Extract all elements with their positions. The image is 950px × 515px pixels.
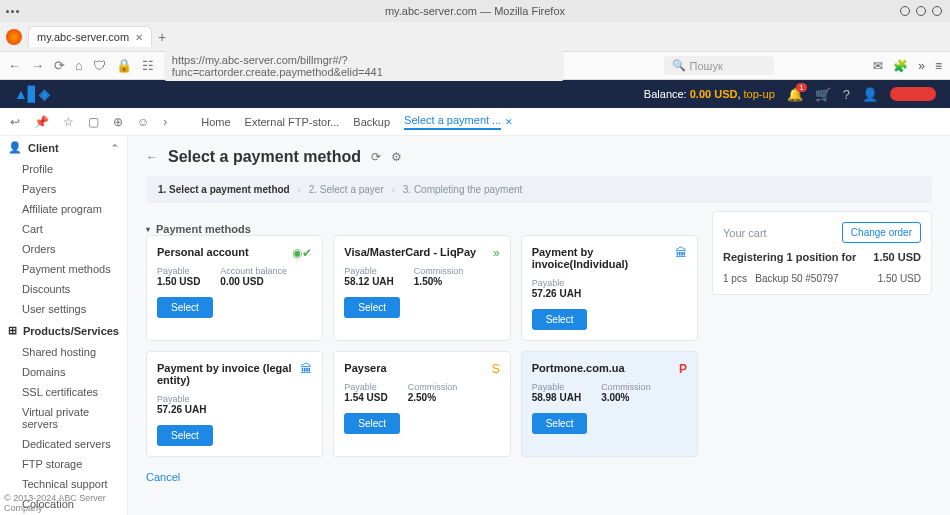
bank-icon: 🏛 — [675, 246, 687, 260]
app-header: ▲▋◈ Balance: 0.00 USD, top-up 🔔1 🛒 ? 👤 — [0, 80, 950, 108]
sidebar-item-payers[interactable]: Payers — [0, 179, 127, 199]
home-icon[interactable]: ⌂ — [75, 58, 83, 73]
method-card-personal[interactable]: ◉✔ Personal account Payable1.50 USD Acco… — [146, 235, 323, 341]
pin-icon[interactable]: 📌 — [34, 115, 49, 129]
browser-tab[interactable]: my.abc-server.com ✕ — [28, 26, 152, 47]
chevron-up-icon: ⌃ — [125, 326, 128, 336]
bc-ftp[interactable]: External FTP-stor... — [245, 116, 340, 128]
caret-down-icon: ▾ — [146, 225, 150, 234]
bc-close-icon[interactable]: ✕ — [505, 117, 513, 127]
url-bar: ← → ⟳ ⌂ 🛡 🔒 ☷ https://my.abc-server.com/… — [0, 52, 950, 80]
mail-icon[interactable]: ✉ — [873, 59, 883, 73]
select-button[interactable]: Select — [157, 297, 213, 318]
shield-icon[interactable]: 🛡 — [93, 58, 106, 73]
extension-icon[interactable]: 🧩 — [893, 59, 908, 73]
smile-icon[interactable]: ☺ — [137, 115, 149, 129]
gear-icon[interactable]: ⚙ — [391, 150, 402, 164]
lock-icon: 🔒 — [116, 58, 132, 73]
cart-box: Your cart Change order Registering 1 pos… — [712, 211, 932, 295]
stepper: 1. Select a payment method › 2. Select a… — [146, 176, 932, 203]
sidebar-item-cart[interactable]: Cart — [0, 219, 127, 239]
window-title: my.abc-server.com — Mozilla Firefox — [385, 5, 565, 17]
user-icon[interactable]: 👤 — [862, 87, 878, 102]
portmone-icon: P — [679, 362, 687, 376]
new-tab-button[interactable]: + — [158, 29, 166, 45]
select-button[interactable]: Select — [344, 297, 400, 318]
select-button[interactable]: Select — [532, 413, 588, 434]
breadcrumb-row: ↩ 📌 ☆ ▢ ⊕ ☺ › Home External FTP-stor... … — [0, 108, 950, 136]
chevron-up-icon: ⌃ — [111, 143, 119, 153]
user-menu[interactable] — [890, 87, 936, 101]
search-icon: 🔍 — [672, 59, 686, 72]
sidebar-item-ftp[interactable]: FTP storage — [0, 454, 127, 474]
checkmark-icon: ◉✔ — [292, 246, 312, 260]
select-button[interactable]: Select — [532, 309, 588, 330]
select-button[interactable]: Select — [157, 425, 213, 446]
user-icon: 👤 — [8, 141, 22, 154]
bc-backup[interactable]: Backup — [353, 116, 390, 128]
back-icon[interactable]: ← — [8, 58, 21, 73]
logo[interactable]: ▲▋◈ — [14, 86, 50, 102]
sidebar-item-discounts[interactable]: Discounts — [0, 279, 127, 299]
box-icon[interactable]: ▢ — [88, 115, 99, 129]
sidebar-item-support[interactable]: Technical support — [0, 474, 127, 494]
cancel-link[interactable]: Cancel — [146, 471, 180, 483]
window-close-icon[interactable] — [932, 6, 942, 16]
sidebar-item-profile[interactable]: Profile — [0, 159, 127, 179]
sidebar-item-domains[interactable]: Domains — [0, 362, 127, 382]
topup-link[interactable]: top-up — [744, 88, 775, 100]
grid-icon: ⊞ — [8, 324, 17, 337]
method-card-paysera[interactable]: S Paysera Payable1.54 USD Commission2.50… — [333, 351, 510, 457]
paysera-icon: S — [492, 362, 500, 376]
main-content: ← Select a payment method ⟳ ⚙ 1. Select … — [128, 136, 950, 515]
method-card-liqpay[interactable]: » Visa/MasterCard - LiqPay Payable58.12 … — [333, 235, 510, 341]
os-titlebar: my.abc-server.com — Mozilla Firefox — [0, 0, 950, 22]
bc-payment[interactable]: Select a payment ... — [404, 114, 501, 130]
sidebar-item-orders[interactable]: Orders — [0, 239, 127, 259]
sidebar-item-payment-methods[interactable]: Payment methods — [0, 259, 127, 279]
star-icon[interactable]: ☆ — [63, 115, 74, 129]
sidebar-item-affiliate[interactable]: Affiliate program — [0, 199, 127, 219]
tab-close-icon[interactable]: ✕ — [135, 32, 143, 43]
sidebar-item-ssl[interactable]: SSL certificates — [0, 382, 127, 402]
sidebar-group-client[interactable]: 👤Client⌃ — [0, 136, 127, 159]
sidebar-item-dedicated[interactable]: Dedicated servers — [0, 434, 127, 454]
sidebar: 👤Client⌃ Profile Payers Affiliate progra… — [0, 136, 128, 515]
permissions-icon[interactable]: ☷ — [142, 58, 154, 73]
section-title[interactable]: ▾Payment methods — [146, 223, 698, 235]
browser-search-input[interactable]: 🔍 Пошук — [664, 56, 774, 75]
method-card-invoice-individual[interactable]: 🏛 Payment by invoice(Individual) Payable… — [521, 235, 698, 341]
forward-icon[interactable]: → — [31, 58, 44, 73]
back-icon[interactable]: ← — [146, 150, 158, 164]
sidebar-group-products[interactable]: ⊞Products/Services⌃ — [0, 319, 127, 342]
balance-label: Balance: 0.00 USD, top-up — [644, 88, 775, 100]
bank-icon: 🏛 — [300, 362, 312, 376]
method-card-invoice-legal[interactable]: 🏛 Payment by invoice (legal entity) Paya… — [146, 351, 323, 457]
reload-icon[interactable]: ⟳ — [54, 58, 65, 73]
method-card-portmone[interactable]: P Portmone.com.ua Payable58.98 UAH Commi… — [521, 351, 698, 457]
firefox-icon — [6, 29, 22, 45]
step-2: 2. Select a payer — [309, 184, 384, 195]
chevron-right-icon[interactable]: › — [163, 115, 167, 129]
expand-icon[interactable]: » — [918, 59, 925, 73]
bc-home[interactable]: Home — [201, 116, 230, 128]
window-min-icon[interactable] — [900, 6, 910, 16]
liqpay-icon: » — [493, 246, 500, 260]
step-1: 1. Select a payment method — [158, 184, 290, 195]
cart-title: Your cart — [723, 227, 767, 239]
change-order-button[interactable]: Change order — [842, 222, 921, 243]
url-input[interactable]: https://my.abc-server.com/billmgr#/?func… — [164, 51, 564, 81]
menu-icon[interactable]: ≡ — [935, 59, 942, 73]
back-arrow-icon[interactable]: ↩ — [10, 115, 20, 129]
sidebar-item-user-settings[interactable]: User settings — [0, 299, 127, 319]
plus-icon[interactable]: ⊕ — [113, 115, 123, 129]
copyright: © 2013-2024 ABC Server Company — [4, 493, 127, 513]
cart-icon[interactable]: 🛒 — [815, 87, 831, 102]
bell-icon[interactable]: 🔔1 — [787, 87, 803, 102]
sidebar-item-hosting[interactable]: Shared hosting — [0, 342, 127, 362]
refresh-icon[interactable]: ⟳ — [371, 150, 381, 164]
sidebar-item-vps[interactable]: Virtual private servers — [0, 402, 127, 434]
select-button[interactable]: Select — [344, 413, 400, 434]
window-max-icon[interactable] — [916, 6, 926, 16]
help-icon[interactable]: ? — [843, 87, 850, 102]
